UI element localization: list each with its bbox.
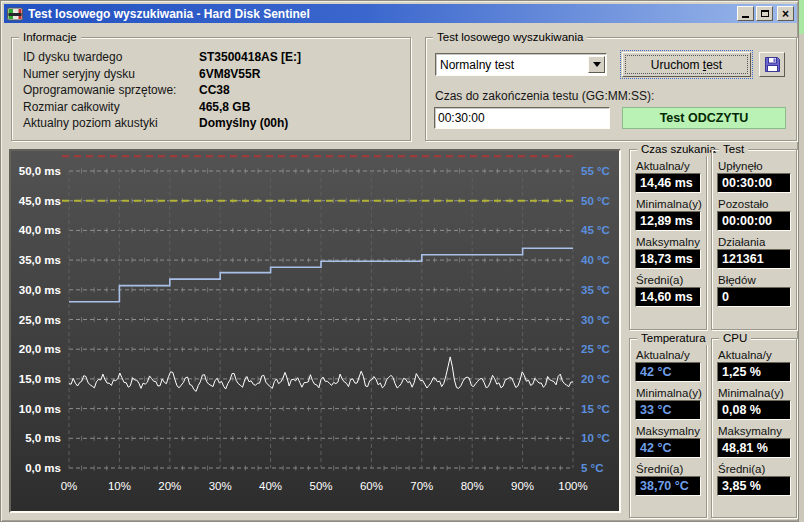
x-axis-tick: 10%: [108, 480, 131, 492]
combo-dropdown-button[interactable]: [588, 56, 605, 73]
seek-time-groupbox: Czas szukania Aktualna/y14,46 msMinimaln…: [629, 149, 707, 330]
left-axis-tick: 30,0 ms: [19, 284, 61, 296]
stat-value-box: 14,60 ms: [635, 287, 701, 307]
stat-value-box: 00:30:00: [717, 173, 791, 193]
x-axis-tick: 80%: [461, 480, 484, 492]
stat-label: Średni(a): [718, 463, 796, 475]
right-axis-tick: 20 °C: [581, 373, 610, 385]
left-axis-tick: 15,0 ms: [19, 373, 61, 385]
stat-label: Maksymalny: [636, 236, 706, 248]
stat-value-box: 0,08 %: [717, 400, 791, 420]
left-axis-tick: 10,0 ms: [19, 403, 61, 415]
close-icon: ×: [782, 8, 789, 20]
left-axis-tick: 5,0 ms: [25, 432, 61, 444]
right-axis-tick: 45 °C: [581, 224, 610, 236]
titlebar[interactable]: Test losowego wyszukiwania - Hard Disk S…: [4, 4, 797, 23]
info-value: 465,8 GB: [199, 101, 404, 115]
left-axis-tick: 20,0 ms: [19, 343, 61, 355]
stat-value-box: 33 °C: [635, 400, 701, 420]
temperature-stats: Aktualna/y42 °CMinimalna(y)33 °CMaksymal…: [630, 349, 706, 501]
stat-value-box: 3,85 %: [717, 476, 791, 496]
right-axis-tick: 50 °C: [581, 195, 610, 207]
run-test-button-focus-ring: Uruchom test: [620, 50, 753, 79]
app-icon: [7, 7, 23, 21]
stat-label: Pozostało: [718, 198, 796, 210]
disk-info-list: ID dysku twardegoST3500418AS [E:]Numer s…: [23, 51, 404, 131]
info-value: 6VM8V55R: [199, 68, 404, 82]
stat-label: Działania: [718, 236, 796, 248]
stat-label: Upłynęło: [718, 160, 796, 172]
save-button[interactable]: [759, 52, 785, 77]
countdown-input[interactable]: [434, 107, 610, 129]
stat-label: Aktualna/y: [718, 349, 796, 361]
x-axis-tick: 30%: [209, 480, 232, 492]
test-type-select[interactable]: Normalny test: [435, 53, 607, 76]
stat-value-box: 0: [717, 287, 791, 307]
temperature-groupbox: Temperatura Aktualna/y42 °CMinimalna(y)3…: [629, 338, 707, 518]
x-axis-tick: 90%: [511, 480, 534, 492]
right-axis-tick: 55 °C: [581, 165, 610, 177]
stat-label: Średni(a): [636, 463, 706, 475]
run-test-button[interactable]: Uruchom test: [622, 52, 751, 77]
info-label: Aktualny poziom akustyki: [23, 117, 199, 131]
groupbox-title: Informacje: [19, 30, 81, 44]
stat-value-box: 42 °C: [635, 362, 701, 382]
stat-label: Średni(a): [636, 274, 706, 286]
maximize-button[interactable]: [756, 6, 773, 21]
countdown-label: Czas do zakończenia testu (GG:MM:SS):: [435, 89, 654, 103]
chevron-down-icon: [593, 62, 601, 67]
stat-value-box: 121361: [717, 249, 791, 269]
run-test-label-suffix: est: [706, 58, 722, 72]
right-axis-tick: 30 °C: [581, 314, 610, 326]
maximize-icon: [761, 10, 769, 17]
stat-label: Błędów: [718, 274, 796, 286]
info-value: ST3500418AS [E:]: [199, 51, 404, 65]
x-axis-tick: 0%: [61, 480, 78, 492]
x-axis-tick: 20%: [158, 480, 181, 492]
x-axis-tick: 100%: [558, 480, 587, 492]
stat-value-box: 18,73 ms: [635, 249, 701, 269]
stat-label: Minimalna(y): [718, 387, 796, 399]
cpu-groupbox: CPU Aktualna/y1,25 %Minimalna(y)0,08 %Ma…: [711, 338, 797, 518]
background-sliver-gray: [799, 34, 804, 522]
minimize-button[interactable]: [737, 6, 754, 21]
test-groupbox: Test losowego wyszukiwania Normalny test…: [425, 37, 797, 141]
chart-panel: 50,0 ms55 °C45,0 ms50 °C40,0 ms45 °C35,0…: [9, 149, 621, 513]
stat-value-box: 42 °C: [635, 438, 701, 458]
run-test-label: Uruchom: [651, 58, 703, 72]
cpu-stats: Aktualna/y1,25 %Minimalna(y)0,08 %Maksym…: [712, 349, 796, 501]
x-axis-tick: 60%: [360, 480, 383, 492]
groupbox-title: Czas szukania: [637, 142, 720, 156]
info-label: Numer seryjny dysku: [23, 68, 199, 82]
seek-temperature-chart: 50,0 ms55 °C45,0 ms50 °C40,0 ms45 °C35,0…: [11, 151, 619, 511]
test-status-badge: Test ODCZYTU: [622, 107, 786, 129]
left-axis-tick: 40,0 ms: [19, 224, 61, 236]
window-title: Test losowego wyszukiwania - Hard Disk S…: [28, 7, 735, 21]
right-axis-tick: 40 °C: [581, 254, 610, 266]
x-axis-tick: 50%: [309, 480, 332, 492]
right-axis-tick: 5 °C: [581, 462, 604, 474]
groupbox-title: CPU: [719, 331, 751, 345]
stat-label: Aktualna/y: [636, 160, 706, 172]
background-sliver-green: [799, 0, 804, 34]
stat-label: Minimalna(y): [636, 387, 706, 399]
info-label: Oprogramowanie sprzętowe:: [23, 84, 199, 98]
x-axis-tick: 40%: [259, 480, 282, 492]
right-axis-tick: 25 °C: [581, 343, 610, 355]
screen: Test losowego wyszukiwania - Hard Disk S…: [0, 0, 804, 522]
right-axis-tick: 15 °C: [581, 403, 610, 415]
groupbox-title: Temperatura: [637, 331, 710, 345]
stat-value-box: 48,81 %: [717, 438, 791, 458]
groupbox-title: Test: [719, 142, 748, 156]
stat-value-box: 00:00:00: [717, 211, 791, 231]
stat-label: Aktualna/y: [636, 349, 706, 361]
app-window: Test losowego wyszukiwania - Hard Disk S…: [0, 0, 799, 522]
info-label: ID dysku twardego: [23, 51, 199, 65]
stat-label: Maksymalny: [636, 425, 706, 437]
stat-label: Maksymalny: [718, 425, 796, 437]
minimize-icon: [742, 16, 749, 18]
close-button[interactable]: ×: [777, 6, 794, 21]
test-stats-groupbox: Test Upłynęło00:30:00Pozostało00:00:00Dz…: [711, 149, 797, 330]
right-axis-tick: 10 °C: [581, 432, 610, 444]
info-value: CC38: [199, 84, 404, 98]
